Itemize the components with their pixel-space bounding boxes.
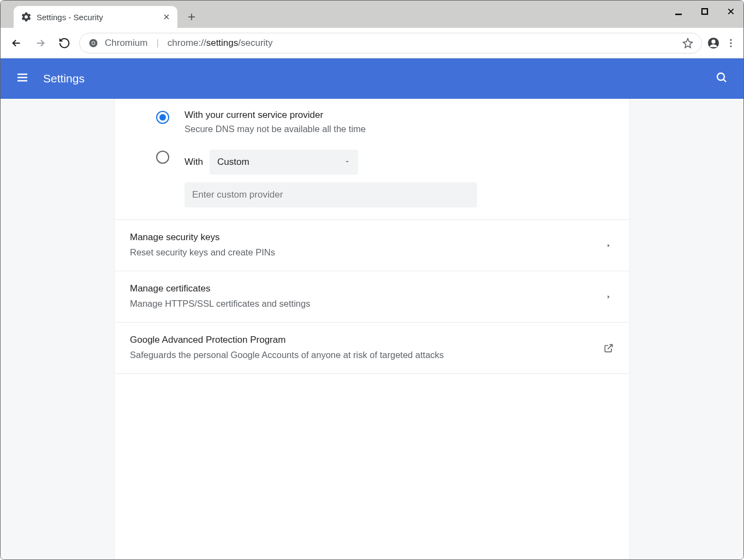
browser-tab[interactable]: Settings - Security <box>14 6 177 28</box>
maximize-button[interactable] <box>699 5 711 17</box>
radio-current-provider[interactable] <box>156 111 169 124</box>
new-tab-button[interactable] <box>183 8 200 26</box>
search-icon[interactable] <box>715 71 728 86</box>
security-keys-title: Manage security keys <box>130 232 275 243</box>
security-keys-desc: Reset security keys and create PINs <box>130 246 275 259</box>
custom-provider-input[interactable] <box>184 182 477 207</box>
star-icon[interactable] <box>682 37 694 49</box>
kebab-menu-icon[interactable] <box>725 37 737 49</box>
secure-dns-options: With your current service provider Secur… <box>130 110 614 207</box>
minimize-button[interactable] <box>672 5 685 17</box>
settings-header: Settings <box>1 58 743 99</box>
certificates-title: Manage certificates <box>130 283 310 294</box>
row-manage-certificates[interactable]: Manage certificates Manage HTTPS/SSL cer… <box>115 271 629 323</box>
tab-title: Settings - Security <box>37 13 158 22</box>
omnibox-separator: | <box>156 38 158 49</box>
chevron-right-icon <box>603 291 614 302</box>
gapp-desc: Safeguards the personal Google Accounts … <box>130 349 444 361</box>
reload-button[interactable] <box>55 34 74 52</box>
svg-rect-1 <box>702 9 707 14</box>
omnibox-app-label: Chromium <box>105 38 147 49</box>
open-external-icon <box>603 343 614 354</box>
tab-strip: Settings - Security <box>1 1 743 28</box>
gapp-title: Google Advanced Protection Program <box>130 335 444 345</box>
svg-point-9 <box>730 45 731 47</box>
hamburger-icon[interactable] <box>16 71 29 86</box>
radio-current-provider-desc: Secure DNS may not be available all the … <box>184 124 614 134</box>
back-button[interactable] <box>7 34 26 52</box>
close-icon[interactable] <box>162 13 171 21</box>
radio-custom-provider[interactable] <box>156 151 169 164</box>
forward-button[interactable] <box>31 34 50 52</box>
browser-toolbar: Chromium | chrome://settings/security <box>1 28 743 58</box>
close-window-button[interactable] <box>725 5 737 17</box>
address-bar[interactable]: Chromium | chrome://settings/security <box>79 33 702 53</box>
svg-point-4 <box>92 41 95 44</box>
settings-panel: Advanced security Use secure DNS Determi… <box>114 99 630 559</box>
radio-current-provider-label: With your current service provider <box>184 110 614 121</box>
svg-point-10 <box>717 73 724 80</box>
page-title: Settings <box>43 72 85 85</box>
content-area: Advanced security Use secure DNS Determi… <box>1 99 743 559</box>
gear-icon <box>20 11 32 23</box>
row-manage-security-keys[interactable]: Manage security keys Reset security keys… <box>115 220 629 271</box>
chevron-down-icon <box>344 157 350 168</box>
window-controls <box>672 1 737 22</box>
row-secure-dns: Use secure DNS Determines how to connect… <box>115 99 629 220</box>
dns-provider-select-value: Custom <box>217 157 249 168</box>
profile-icon[interactable] <box>707 37 719 49</box>
chromium-icon <box>87 37 99 49</box>
svg-point-6 <box>711 39 715 43</box>
svg-rect-0 <box>675 14 682 15</box>
omnibox-url: chrome://settings/security <box>168 38 273 49</box>
scroll-area[interactable]: Advanced security Use secure DNS Determi… <box>1 99 743 559</box>
svg-point-8 <box>730 42 731 44</box>
radio-custom-label: With <box>184 157 203 168</box>
certificates-desc: Manage HTTPS/SSL certificates and settin… <box>130 297 310 310</box>
dns-provider-select[interactable]: Custom <box>210 150 358 175</box>
svg-point-7 <box>730 39 731 40</box>
chevron-right-icon <box>603 240 614 251</box>
row-google-advanced-protection[interactable]: Google Advanced Protection Program Safeg… <box>115 323 629 374</box>
